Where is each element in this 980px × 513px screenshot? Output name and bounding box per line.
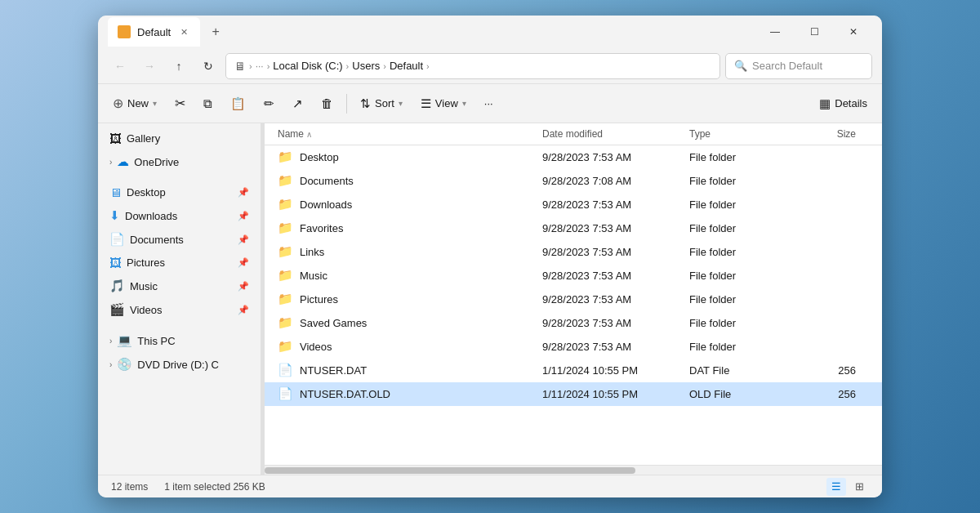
table-row[interactable]: 📁 Links 9/28/2023 7:53 AM File folder <box>265 240 882 264</box>
delete-button[interactable]: 🗑 <box>313 89 341 118</box>
share-icon: ↗ <box>292 96 303 111</box>
table-row[interactable]: 📄 NTUSER.DAT.OLD 1/11/2024 10:55 PM OLD … <box>265 382 882 406</box>
sidebar-onedrive-label: OneDrive <box>134 156 179 168</box>
table-row[interactable]: 📁 Videos 9/28/2023 7:53 AM File folder <box>265 335 882 359</box>
sidebar-item-onedrive[interactable]: › ☁ OneDrive <box>101 150 257 173</box>
sidebar-item-music[interactable]: 🎵 Music 📌 <box>101 274 257 297</box>
up-button[interactable]: ↑ <box>167 54 191 78</box>
copy-button[interactable]: ⧉ <box>195 89 220 118</box>
refresh-button[interactable]: ↻ <box>196 54 220 78</box>
view-chevron-icon: ▾ <box>462 99 466 108</box>
window-tab[interactable]: Default ✕ <box>108 17 200 47</box>
sidebar-item-downloads[interactable]: ⬇ Downloads 📌 <box>101 204 257 227</box>
sidebar-item-gallery[interactable]: 🖼 Gallery <box>101 127 257 149</box>
folder-icon: 📁 <box>278 292 293 306</box>
file-type: File folder <box>689 199 804 211</box>
sidebar: 🖼 Gallery › ☁ OneDrive 🖥 Desktop 📌 ⬇ Dow… <box>98 123 261 475</box>
folder-icon: 📁 <box>278 244 293 259</box>
folder-icon: 📁 <box>278 268 293 283</box>
file-name-text: NTUSER.DAT.OLD <box>300 388 390 400</box>
folder-icon: 📁 <box>278 339 293 354</box>
column-date[interactable]: Date modified <box>542 128 689 140</box>
minimize-button[interactable]: — <box>756 19 794 45</box>
view-label: View <box>435 97 458 109</box>
file-name-cell: 📄 NTUSER.DAT <box>278 363 542 377</box>
table-row[interactable]: 📁 Downloads 9/28/2023 7:53 AM File folde… <box>265 193 882 216</box>
file-name-text: Pictures <box>300 293 338 306</box>
file-size: 256 <box>804 388 869 400</box>
scrollbar-thumb[interactable] <box>265 467 635 474</box>
table-row[interactable]: 📁 Documents 9/28/2023 7:08 AM File folde… <box>265 169 882 193</box>
view-mode-controls: ☰ ⊞ <box>826 478 869 496</box>
breadcrumb[interactable]: 🖥 › ··· › Local Disk (C:) › Users › Defa… <box>225 53 720 79</box>
forward-button[interactable]: → <box>137 54 162 78</box>
file-type: OLD File <box>689 388 804 400</box>
file-area: Name ∧ Date modified Type Size 📁 Desktop <box>265 123 882 475</box>
new-chevron-icon: ▾ <box>153 99 157 108</box>
table-row[interactable]: 📁 Favorites 9/28/2023 7:53 AM File folde… <box>265 216 882 240</box>
table-row[interactable]: 📄 NTUSER.DAT 1/11/2024 10:55 PM DAT File… <box>265 359 882 382</box>
music-pin-icon: 📌 <box>238 281 249 292</box>
sidebar-item-desktop[interactable]: 🖥 Desktop 📌 <box>101 181 257 203</box>
table-row[interactable]: 📁 Music 9/28/2023 7:53 AM File folder <box>265 264 882 288</box>
back-button[interactable]: ← <box>108 54 132 78</box>
close-button[interactable]: ✕ <box>835 19 872 45</box>
file-type: File folder <box>689 175 804 187</box>
this-pc-expand-icon: › <box>109 337 112 346</box>
search-box[interactable]: 🔍 Search Default <box>725 53 872 79</box>
file-date: 9/28/2023 7:53 AM <box>542 199 689 211</box>
tab-title: Default <box>137 26 171 38</box>
table-row[interactable]: 📁 Pictures 9/28/2023 7:53 AM File folder <box>265 288 882 311</box>
new-button[interactable]: ⊕ New ▾ <box>105 89 165 118</box>
table-row[interactable]: 📁 Desktop 9/28/2023 7:53 AM File folder <box>265 145 882 169</box>
breadcrumb-disk: Local Disk (C:) <box>273 60 342 72</box>
sidebar-this-pc-label: This PC <box>137 335 175 347</box>
sidebar-item-pictures[interactable]: 🖼 Pictures 📌 <box>101 252 257 274</box>
share-button[interactable]: ↗ <box>284 89 311 118</box>
file-list: 📁 Desktop 9/28/2023 7:53 AM File folder … <box>265 145 882 465</box>
folder-icon: 📁 <box>278 315 293 330</box>
details-label: Details <box>835 97 867 109</box>
list-view-button[interactable]: ☰ <box>826 478 846 496</box>
column-name[interactable]: Name ∧ <box>278 128 542 140</box>
horizontal-scrollbar[interactable] <box>265 465 882 475</box>
paste-button[interactable]: 📋 <box>222 89 254 118</box>
toolbar-separator <box>346 94 347 114</box>
maximize-button[interactable]: ☐ <box>795 19 833 45</box>
file-date: 9/28/2023 7:08 AM <box>542 175 689 187</box>
details-button[interactable]: ▦ Details <box>811 89 875 118</box>
sidebar-item-this-pc[interactable]: › 💻 This PC <box>101 329 257 352</box>
search-placeholder: Search Default <box>752 60 822 72</box>
delete-icon: 🗑 <box>321 96 333 110</box>
sidebar-item-dvd[interactable]: › 💿 DVD Drive (D:) C <box>101 353 257 376</box>
cut-button[interactable]: ✂ <box>167 89 194 118</box>
file-date: 1/11/2024 10:55 PM <box>542 364 689 377</box>
sort-button[interactable]: ⇅ Sort ▾ <box>352 89 411 118</box>
file-type: File folder <box>689 293 804 306</box>
folder-icon: 📁 <box>278 197 293 212</box>
new-tab-button[interactable]: + <box>203 20 228 44</box>
file-date: 9/28/2023 7:53 AM <box>542 151 689 163</box>
tab-close-button[interactable]: ✕ <box>177 25 190 38</box>
pictures-pin-icon: 📌 <box>238 257 249 268</box>
music-icon: 🎵 <box>109 279 125 293</box>
file-name-cell: 📄 NTUSER.DAT.OLD <box>278 386 542 401</box>
column-type[interactable]: Type <box>689 128 804 140</box>
table-row[interactable]: 📁 Saved Games 9/28/2023 7:53 AM File fol… <box>265 311 882 335</box>
sidebar-item-documents[interactable]: 📄 Documents 📌 <box>101 228 257 251</box>
sidebar-videos-label: Videos <box>130 304 163 316</box>
column-size[interactable]: Size <box>804 128 869 140</box>
file-date: 9/28/2023 7:53 AM <box>542 222 689 234</box>
file-name-text: Music <box>300 270 327 282</box>
rename-button[interactable]: ✏ <box>256 89 283 118</box>
sidebar-item-videos[interactable]: 🎬 Videos 📌 <box>101 298 257 321</box>
view-button[interactable]: ☰ View ▾ <box>412 89 474 118</box>
sort-icon: ⇅ <box>360 96 371 111</box>
file-date: 1/11/2024 10:55 PM <box>542 388 689 400</box>
file-name-cell: 📁 Documents <box>278 173 542 188</box>
file-name-text: Downloads <box>300 199 352 211</box>
file-name-cell: 📁 Favorites <box>278 221 542 235</box>
grid-view-button[interactable]: ⊞ <box>849 478 869 496</box>
more-button[interactable]: ··· <box>476 89 501 118</box>
file-type: File folder <box>689 317 804 329</box>
